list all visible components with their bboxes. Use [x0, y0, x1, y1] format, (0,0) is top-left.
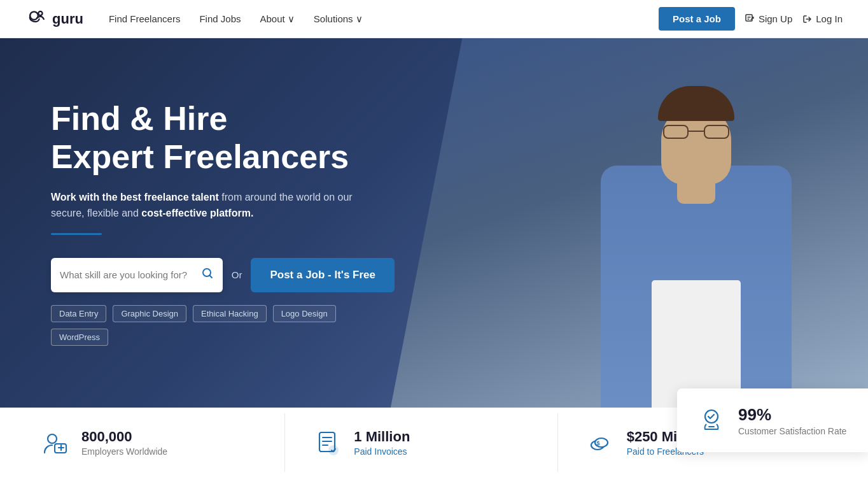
tag-logo-design[interactable]: Logo Design [273, 305, 336, 322]
tag-graphic-design[interactable]: Graphic Design [113, 305, 186, 322]
header: guru Find Freelancers Find Jobs About ∨ … [0, 0, 868, 38]
main-nav: Find Freelancers Find Jobs About ∨ Solut… [109, 13, 659, 25]
invoices-icon [311, 426, 344, 459]
log-in-button[interactable]: Log In [802, 13, 843, 24]
nav-find-freelancers[interactable]: Find Freelancers [109, 13, 181, 24]
stat-satisfaction-text: 99% Customer Satisfaction Rate [738, 405, 846, 436]
search-icon [201, 267, 214, 283]
logo-text: guru [52, 11, 83, 27]
search-input[interactable] [60, 269, 201, 280]
sign-up-button[interactable]: Sign Up [745, 13, 792, 24]
hero-title-line2: Expert Freelancers [51, 138, 349, 175]
svg-text:$: $ [596, 440, 599, 446]
stats-bar: 800,000 Employers Worldwide 1 Million Pa… [0, 408, 868, 478]
header-actions: Post a Job Sign Up Log In [659, 7, 843, 31]
hero-person-illustration [563, 51, 830, 408]
stat-invoices-label: Paid Invoices [354, 446, 410, 457]
employers-icon [38, 426, 71, 459]
post-job-button-header[interactable]: Post a Job [659, 7, 735, 31]
log-in-label: Log In [816, 13, 843, 24]
logo[interactable]: guru [25, 8, 83, 31]
hero-section: Find & Hire Expert Freelancers Work with… [0, 38, 868, 408]
tag-row: Data Entry Graphic Design Ethical Hackin… [51, 305, 395, 346]
money-icon: $ [584, 426, 617, 459]
stat-employers-label: Employers Worldwide [81, 446, 167, 457]
stat-employers-text: 800,000 Employers Worldwide [81, 429, 167, 457]
nav-find-jobs[interactable]: Find Jobs [199, 13, 241, 24]
hero-title: Find & Hire Expert Freelancers [51, 100, 395, 176]
hero-content: Find & Hire Expert Freelancers Work with… [0, 49, 445, 397]
nav-solutions[interactable]: Solutions ∨ [314, 13, 363, 25]
search-row: Or Post a Job - It's Free [51, 258, 395, 292]
post-job-button-hero[interactable]: Post a Job - It's Free [251, 258, 395, 292]
stat-invoices: 1 Million Paid Invoices [284, 413, 557, 472]
sign-up-icon [745, 14, 755, 24]
stat-employers: 800,000 Employers Worldwide [38, 413, 284, 472]
hero-divider [51, 233, 102, 235]
hero-subtitle: Work with the best freelance talent from… [51, 189, 382, 222]
nav-about[interactable]: About ∨ [260, 13, 294, 25]
search-box [51, 258, 223, 292]
tag-wordpress[interactable]: WordPress [51, 329, 108, 346]
log-in-icon [802, 14, 813, 24]
svg-point-4 [48, 434, 57, 443]
logo-icon [25, 8, 48, 31]
svg-rect-2 [746, 15, 752, 21]
satisfaction-icon [695, 404, 728, 437]
stat-invoices-text: 1 Million Paid Invoices [354, 429, 410, 457]
sign-up-label: Sign Up [759, 13, 792, 24]
stat-invoices-number: 1 Million [354, 429, 410, 445]
stat-employers-number: 800,000 [81, 429, 167, 445]
or-text: Or [232, 269, 242, 280]
stat-satisfaction-number: 99% [738, 405, 846, 425]
stat-satisfaction-highlight: 99% Customer Satisfaction Rate [677, 388, 868, 452]
stat-satisfaction-label: Customer Satisfaction Rate [738, 426, 846, 436]
svg-point-1 [38, 11, 42, 15]
tag-data-entry[interactable]: Data Entry [51, 305, 106, 322]
tag-ethical-hacking[interactable]: Ethical Hacking [193, 305, 267, 322]
hero-title-line1: Find & Hire [51, 100, 227, 137]
